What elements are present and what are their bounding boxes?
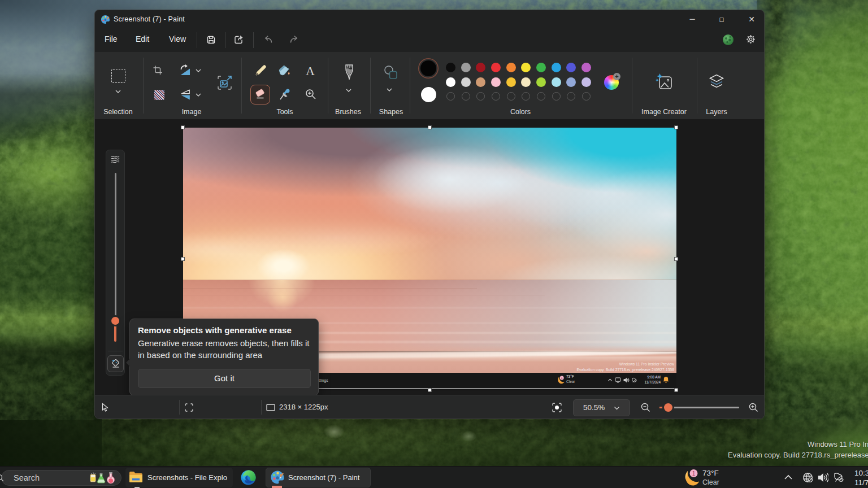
svg-text:1: 1 [692,470,696,477]
svg-text:1: 1 [561,376,563,380]
